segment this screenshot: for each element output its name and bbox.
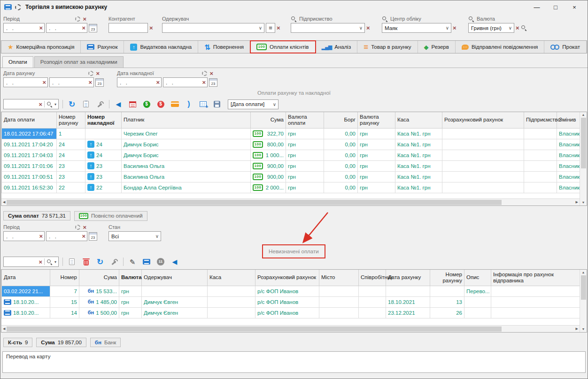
scrollbar-thumb[interactable] bbox=[7, 200, 502, 205]
scroll-left-icon[interactable]: ◀ bbox=[3, 327, 5, 331]
gear-icon[interactable] bbox=[202, 71, 207, 76]
vertical-scrollbar[interactable]: ▲ ▼ bbox=[580, 270, 587, 332]
search-icon[interactable] bbox=[468, 16, 474, 22]
save-button[interactable] bbox=[212, 99, 222, 109]
scroll-up-icon[interactable]: ▲ bbox=[582, 271, 585, 274]
clear-search-icon[interactable] bbox=[39, 259, 42, 265]
table-row[interactable]: 18.10.20...141 500,00грнДимчук Євгенр/с … bbox=[2, 307, 580, 318]
column-header[interactable]: Номер bbox=[50, 270, 79, 286]
scroll-down-icon[interactable]: ▼ bbox=[582, 327, 585, 331]
note-area[interactable]: Перевод на карту bbox=[2, 351, 586, 373]
minimize-button[interactable]: — bbox=[527, 1, 546, 13]
column-header[interactable]: Сума bbox=[79, 270, 119, 286]
table-add-button[interactable] bbox=[198, 99, 208, 109]
tab-star[interactable]: Комерційна пропозиція bbox=[1, 41, 81, 53]
column-header[interactable]: Дата рахунку bbox=[386, 270, 430, 286]
tab-money[interactable]: Оплати клієнтів bbox=[250, 41, 316, 53]
column-header[interactable]: Дата bbox=[2, 270, 50, 286]
search-dropdown-icon[interactable]: ▾ bbox=[54, 260, 56, 264]
subtab-1[interactable]: Розподіл оплат за накладними bbox=[34, 56, 124, 68]
tab-diamond[interactable]: Резерв bbox=[418, 41, 456, 53]
column-header[interactable]: Підприємство bbox=[524, 112, 557, 128]
tab-arrow-up-box[interactable]: Видаткова накладна bbox=[124, 41, 198, 53]
search-icon[interactable] bbox=[382, 16, 388, 22]
column-header[interactable]: Інформація про рахунок відправника bbox=[491, 270, 580, 286]
invoice-date-to-input[interactable]: . . bbox=[49, 77, 94, 87]
clear-date-icon[interactable] bbox=[42, 79, 46, 85]
dollar-green-button[interactable] bbox=[141, 99, 152, 109]
column-header[interactable]: Номер рахунку bbox=[430, 270, 464, 286]
search-icon[interactable] bbox=[291, 16, 297, 22]
table-row[interactable]: 18.01.2022 17:06:471Черезик Олег322,70гр… bbox=[2, 128, 580, 139]
refresh-button[interactable] bbox=[95, 257, 105, 267]
state-combo[interactable]: Всі∨ bbox=[108, 231, 161, 241]
calendar-button[interactable]: 23 bbox=[209, 78, 217, 87]
column-header[interactable]: Каса bbox=[395, 112, 442, 128]
kontragent-input[interactable] bbox=[108, 23, 148, 33]
column-header[interactable]: Розрахунковий рахунок bbox=[442, 112, 524, 128]
period-date-from-input[interactable]: . . bbox=[3, 23, 45, 33]
clear-date-icon[interactable] bbox=[39, 25, 43, 31]
trash-button[interactable] bbox=[81, 257, 91, 267]
column-header[interactable]: Опис bbox=[464, 270, 491, 286]
column-header[interactable]: Місто bbox=[319, 270, 359, 286]
refresh-button[interactable] bbox=[67, 99, 77, 109]
search-icon[interactable] bbox=[46, 101, 53, 107]
column-header[interactable]: Сума bbox=[251, 112, 286, 128]
close-button[interactable]: × bbox=[565, 1, 584, 13]
group-by-combo[interactable]: [Дата оплати]∨ bbox=[228, 99, 279, 109]
scrollbar-thumb[interactable] bbox=[581, 275, 586, 300]
quote-button[interactable] bbox=[184, 99, 194, 109]
wrench-button[interactable] bbox=[95, 99, 105, 109]
period2-date-to-input[interactable]: . . bbox=[46, 231, 87, 241]
waybill-date-from-input[interactable]: . . bbox=[117, 77, 162, 87]
clear-filter-icon[interactable] bbox=[209, 70, 213, 76]
column-header[interactable]: Валюта bbox=[119, 270, 142, 286]
calendar-button[interactable]: 23 bbox=[89, 24, 97, 32]
clear-filter-icon[interactable] bbox=[277, 25, 280, 31]
tab-message[interactable]: Відправлені повідомлення bbox=[456, 41, 544, 53]
horizontal-scrollbar[interactable]: ◀ ▶ bbox=[1, 198, 580, 205]
column-header[interactable]: Борг bbox=[324, 112, 358, 128]
tab-bike[interactable]: Прокат bbox=[544, 41, 587, 53]
wallet-button[interactable] bbox=[170, 99, 180, 109]
scroll-left-icon[interactable]: ◀ bbox=[3, 200, 5, 204]
column-header[interactable]: Дата оплати bbox=[2, 112, 57, 128]
clear-filter-icon[interactable] bbox=[366, 25, 370, 31]
period2-date-from-input[interactable]: . . bbox=[3, 231, 45, 241]
gear-icon[interactable] bbox=[75, 225, 80, 230]
clear-search-icon[interactable] bbox=[39, 101, 42, 107]
clear-filter-icon[interactable] bbox=[516, 25, 519, 31]
clear-date-icon[interactable] bbox=[156, 79, 160, 85]
gear-icon[interactable] bbox=[88, 71, 93, 76]
clear-date-icon[interactable] bbox=[202, 79, 206, 85]
search-icon[interactable] bbox=[521, 25, 527, 31]
table-row[interactable]: 09.11.2021 17:04:032424Димчук Борис1 000… bbox=[2, 150, 580, 160]
oderzhuvach-combo[interactable]: ∨ bbox=[162, 23, 264, 33]
clear-filter-icon[interactable] bbox=[83, 224, 86, 230]
circle-11-button[interactable] bbox=[155, 257, 166, 267]
horizontal-scrollbar[interactable]: ◀ ▶ bbox=[1, 325, 580, 332]
pidpryiemstvo-combo[interactable]: ∨ bbox=[291, 23, 365, 33]
table-row[interactable]: 09.11.2021 17:04:202424Димчук Борис800,0… bbox=[2, 139, 580, 150]
tab-bar-chart[interactable]: Аналіз bbox=[316, 41, 358, 53]
table-row[interactable]: 18.10.20...151 485,00грнДимчук Євгенр/с … bbox=[2, 296, 580, 307]
invoice-button[interactable] bbox=[141, 257, 152, 267]
tab-invoice[interactable]: Рахунок bbox=[81, 41, 124, 53]
column-header[interactable]: Одержувач bbox=[142, 270, 208, 286]
clear-date-icon[interactable] bbox=[82, 233, 85, 239]
column-header[interactable]: Каса bbox=[208, 270, 255, 286]
tab-list[interactable]: Товар в рахунку bbox=[357, 41, 418, 53]
scroll-right-icon[interactable]: ▶ bbox=[576, 327, 578, 331]
search-icon[interactable] bbox=[46, 259, 53, 265]
clipboard-button[interactable] bbox=[81, 99, 91, 109]
centr-obliku-combo[interactable]: Маяк∨ bbox=[382, 23, 451, 33]
table-row[interactable]: 03.02.2022 21...715 533...грнр/с ФОП Ива… bbox=[2, 286, 580, 296]
scrollbar-thumb[interactable] bbox=[581, 118, 586, 168]
settings-gear-icon[interactable] bbox=[15, 4, 21, 10]
arrow-left-button[interactable] bbox=[113, 99, 124, 109]
scrollbar-thumb[interactable] bbox=[7, 326, 502, 332]
waybill-date-to-input[interactable]: . . bbox=[163, 77, 208, 87]
maximize-button[interactable]: □ bbox=[546, 1, 565, 13]
gear-icon[interactable] bbox=[75, 16, 80, 22]
